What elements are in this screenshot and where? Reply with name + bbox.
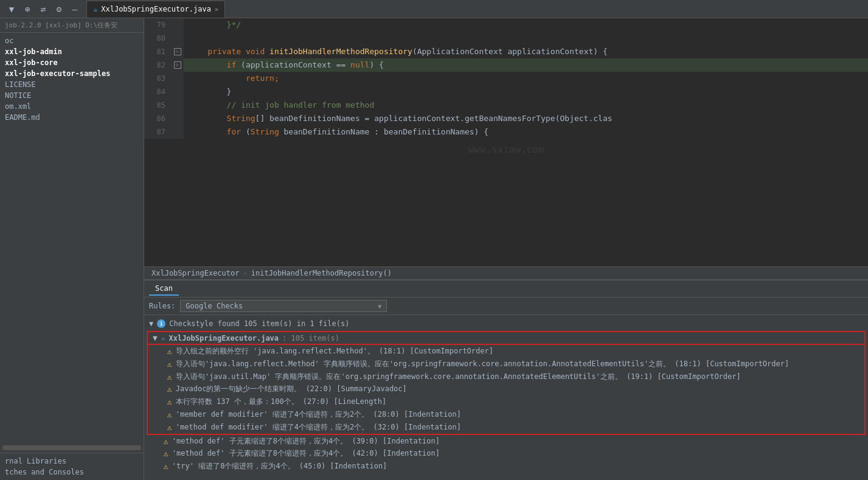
line-content-86[interactable]: String[] beanDefinitionNames = applicati… xyxy=(184,112,868,125)
warning-icon-4: ⚠ xyxy=(167,384,172,394)
code-line-82: 82 ▷ if (applicationContext == null) { xyxy=(144,58,868,72)
summary-text: Checkstyle found 105 item(s) in 1 file(s… xyxy=(169,319,349,328)
warning-icon-2: ⚠ xyxy=(167,360,172,369)
sidebar-item-consoles[interactable]: tches and Consoles xyxy=(0,467,144,478)
warning-row-2[interactable]: ⚠ 导入语句'java.lang.reflect.Method' 字典顺序错误。… xyxy=(147,358,866,370)
warning-row-6[interactable]: ⚠ 'member def modifier' 缩进了4个缩进符，应为2个。 (… xyxy=(147,408,866,421)
rules-dropdown[interactable]: Google Checks ▼ xyxy=(180,300,387,312)
sidebar-item-readme[interactable]: EADME.md xyxy=(0,112,144,123)
line-number-81: 81 xyxy=(144,45,172,58)
main-layout: job-2.2.0 [xxl-job] D:\任务安 oc xxl-job-ad… xyxy=(0,18,868,480)
rules-bar: Rules: Google Checks ▼ xyxy=(144,297,868,315)
warning-text-5: 本行字符数 137 个，最多：100个。 (27:0) [LineLength] xyxy=(176,397,859,407)
warning-row-7[interactable]: ⚠ 'method def modifier' 缩进了4个缩进符，应为2个。 (… xyxy=(147,421,866,435)
breadcrumb-bar: XxlJobSpringExecutor › initJobHandlerMet… xyxy=(144,266,868,279)
warning-text-6: 'member def modifier' 缩进了4个缩进符，应为2个。 (28… xyxy=(176,409,859,420)
line-number-84: 84 xyxy=(144,85,172,99)
gutter-84 xyxy=(172,85,184,99)
tab-label: XxlJobSpringExecutor.java xyxy=(101,5,211,13)
line-number-82: 82 xyxy=(144,58,172,72)
file-header[interactable]: ▼ ☕ XxlJobSpringExecutor.java : 105 item… xyxy=(147,331,866,345)
settings-icon[interactable]: ⚙ xyxy=(52,2,66,16)
line-number-87: 87 xyxy=(144,125,172,139)
normal-row-3[interactable]: ⚠ 'try' 缩进了8个缩进符，应为4个。 (45:0) [Indentati… xyxy=(144,460,868,473)
warning-text-7: 'method def modifier' 缩进了4个缩进符，应为2个。 (32… xyxy=(176,422,859,433)
line-content-81[interactable]: private void initJobHandlerMethodReposit… xyxy=(184,45,868,58)
sidebar-item-xxl-job-admin[interactable]: xxl-job-admin xyxy=(0,46,144,57)
file-tab-active[interactable]: ☕ XxlJobSpringExecutor.java ✕ xyxy=(86,1,225,18)
warning-text-1: 导入组之前的额外空行 'java.lang.reflect.Method'。 (… xyxy=(176,346,859,357)
warning-row-3[interactable]: ⚠ 导入语句'java.util.Map' 字典顺序错误。应在'org.spri… xyxy=(147,370,866,383)
code-line-85: 85 // init job handler from method xyxy=(144,99,868,112)
warning-icon-10: ⚠ xyxy=(164,462,168,471)
warning-text-9: 'method def' 子元素缩进了8个缩进符，应为4个。 (42:0) [I… xyxy=(172,448,863,459)
minimize-icon[interactable]: — xyxy=(68,2,82,16)
sidebar-item-notice[interactable]: NOTICE xyxy=(0,90,144,101)
dropdown-arrow-icon: ▼ xyxy=(378,303,381,310)
sidebar-item-oc[interactable]: oc xyxy=(0,35,144,46)
line-content-84[interactable]: } xyxy=(184,85,868,99)
sidebar-scrollbar[interactable] xyxy=(2,445,141,450)
warning-icon-1: ⚠ xyxy=(167,347,172,356)
breadcrumb-sep: › xyxy=(243,269,248,277)
tab-scan[interactable]: Scan xyxy=(149,282,179,296)
normal-row-1[interactable]: ⚠ 'method def' 子元素缩进了8个缩进符，应为4个。 (39:0) … xyxy=(144,435,868,448)
gutter-83 xyxy=(172,72,184,85)
info-icon: i xyxy=(157,319,165,328)
swap-icon[interactable]: ⇄ xyxy=(36,2,50,16)
code-line-86: 86 String[] beanDefinitionNames = applic… xyxy=(144,112,868,125)
warning-row-1[interactable]: ⚠ 导入组之前的额外空行 'java.lang.reflect.Method'。… xyxy=(147,345,866,358)
fold-arrow-81[interactable]: ▷ xyxy=(174,48,181,55)
sidebar-item-omxml[interactable]: om.xml xyxy=(0,101,144,112)
line-content-85[interactable]: // init job handler from method xyxy=(184,99,868,112)
code-editor: 79 }*/ 80 81 ▷ private v xyxy=(144,18,868,279)
warning-icon-8: ⚠ xyxy=(164,437,168,446)
code-line-83: 83 return; xyxy=(144,72,868,85)
sidebar-item-license[interactable]: LICENSE xyxy=(0,79,144,90)
line-number-80: 80 xyxy=(144,32,172,45)
warning-row-5[interactable]: ⚠ 本行字符数 137 个，最多：100个。 (27:0) [LineLengt… xyxy=(147,395,866,408)
line-content-87[interactable]: for (String beanDefinitionName : beanDef… xyxy=(184,125,868,139)
sidebar: job-2.2.0 [xxl-job] D:\任务安 oc xxl-job-ad… xyxy=(0,18,144,480)
add-tab-icon[interactable]: ⊕ xyxy=(21,2,34,16)
rules-dropdown-value: Google Checks xyxy=(186,302,243,310)
normal-row-2[interactable]: ⚠ 'method def' 子元素缩进了8个缩进符，应为4个。 (42:0) … xyxy=(144,447,868,460)
line-number-85: 85 xyxy=(144,99,172,112)
sidebar-header: job-2.2.0 [xxl-job] D:\任务安 xyxy=(0,18,144,33)
tab-close-button[interactable]: ✕ xyxy=(215,5,219,13)
java-icon: ☕ xyxy=(161,334,165,342)
sidebar-item-xxl-job-executor[interactable]: xxl-job-executor-samples xyxy=(0,68,144,79)
file-group: ▼ ☕ XxlJobSpringExecutor.java : 105 item… xyxy=(144,331,868,473)
line-content-80[interactable] xyxy=(184,32,868,45)
warning-row-4[interactable]: ⚠ Javadoc的第一句缺少一个结束时期。 (22:0) [SummaryJa… xyxy=(147,383,866,395)
gutter-80 xyxy=(172,32,184,45)
gutter-82[interactable]: ▷ xyxy=(172,58,184,72)
line-content-79[interactable]: }*/ xyxy=(184,18,868,32)
line-content-82[interactable]: if (applicationContext == null) { xyxy=(184,58,868,72)
warning-text-2: 导入语句'java.lang.reflect.Method' 字典顺序错误。应在… xyxy=(176,359,859,369)
code-line-80: 80 xyxy=(144,32,868,45)
sidebar-item-libraries[interactable]: rnal Libraries xyxy=(0,456,144,467)
gutter-81[interactable]: ▷ xyxy=(172,45,184,58)
code-line-84: 84 } xyxy=(144,85,868,99)
gutter-87 xyxy=(172,125,184,139)
gutter-86 xyxy=(172,112,184,125)
warning-icon-5: ⚠ xyxy=(167,397,172,406)
sidebar-bottom: rnal Libraries tches and Consoles xyxy=(0,453,144,480)
line-content-83[interactable]: return; xyxy=(184,72,868,85)
dropdown-icon[interactable]: ▼ xyxy=(5,2,18,16)
code-line-79: 79 }*/ xyxy=(144,18,868,32)
results-summary: ▼ i Checkstyle found 105 item(s) in 1 fi… xyxy=(144,318,868,330)
code-line-81: 81 ▷ private void initJobHandlerMethodRe… xyxy=(144,45,868,58)
tab-bar: ▼ ⊕ ⇄ ⚙ — ☕ XxlJobSpringExecutor.java ✕ xyxy=(0,0,868,18)
results-area[interactable]: ▼ i Checkstyle found 105 item(s) in 1 fi… xyxy=(144,315,868,480)
sidebar-item-xxl-job-core[interactable]: xxl-job-core xyxy=(0,57,144,68)
warning-icon-3: ⚠ xyxy=(167,372,172,381)
warning-icon-9: ⚠ xyxy=(164,449,168,458)
breadcrumb-class: XxlJobSpringExecutor xyxy=(151,269,240,277)
warning-text-3: 导入语句'java.util.Map' 字典顺序错误。应在'org.spring… xyxy=(176,372,859,382)
fold-arrow-82[interactable]: ▷ xyxy=(174,61,181,69)
line-number-79: 79 xyxy=(144,18,172,32)
code-lines: 79 }*/ 80 81 ▷ private v xyxy=(144,18,868,266)
gutter-85 xyxy=(172,99,184,112)
